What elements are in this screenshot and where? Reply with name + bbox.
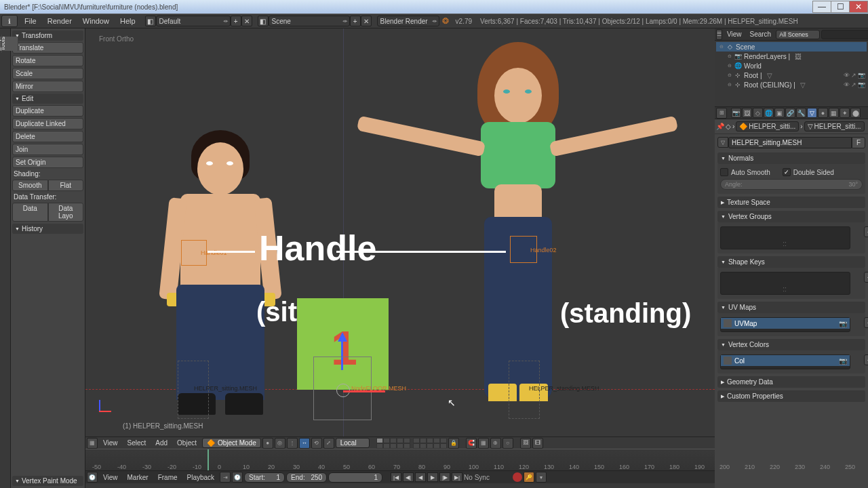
fake-user-button[interactable]: F bbox=[852, 137, 865, 148]
pin-icon[interactable]: 📌 bbox=[716, 123, 724, 130]
menu-help[interactable]: Help bbox=[115, 17, 141, 25]
tree-row[interactable]: ⊖🌐World bbox=[716, 61, 867, 70]
pivot-icon[interactable]: ◎ bbox=[275, 438, 285, 449]
mesh-browse-icon[interactable]: ▽ bbox=[717, 137, 728, 148]
uv-maps-header[interactable]: UV Maps bbox=[717, 302, 865, 313]
tree-row[interactable]: ⊖⊹Root |▽👁↗📷 bbox=[716, 70, 867, 80]
timeline-ruler[interactable]: -50-40-30-20-100102030405060708090100110… bbox=[85, 449, 715, 471]
keying-set-icon[interactable]: 🔑 bbox=[524, 472, 534, 483]
mirror-button[interactable]: Mirror bbox=[12, 81, 83, 92]
transform-header[interactable]: Transform bbox=[12, 30, 83, 41]
outliner-search-menu[interactable]: Search bbox=[747, 30, 775, 38]
texture-space-header[interactable]: Texture Space bbox=[717, 197, 865, 208]
select-menu[interactable]: Select bbox=[123, 439, 151, 447]
timeline-playback-menu[interactable]: Playback bbox=[183, 474, 219, 481]
double-sided-checkbox[interactable] bbox=[783, 168, 791, 176]
end-frame-field[interactable]: End:250 bbox=[286, 472, 327, 483]
render-engine-dropdown[interactable]: Blender Render bbox=[377, 16, 439, 26]
translate-button[interactable]: Translate bbox=[12, 42, 83, 54]
tree-row[interactable]: ⊖◇Scene bbox=[716, 42, 867, 52]
delete-button[interactable]: Delete bbox=[12, 131, 83, 142]
preview-range-icon[interactable]: 🕐 bbox=[232, 472, 243, 483]
editor-type-icon[interactable]: ℹ bbox=[1, 15, 18, 27]
scene-link-icon[interactable]: ◇ bbox=[726, 123, 731, 130]
render-active-icon[interactable]: 📷 bbox=[839, 357, 847, 365]
bc-mesh[interactable]: ▽HELPER_sitti... bbox=[804, 121, 865, 131]
back-icon[interactable]: ◧ bbox=[145, 16, 156, 26]
operator-panel[interactable]: Vertex Paint Mode bbox=[12, 476, 83, 486]
uvmap-item[interactable]: UVMap📷 bbox=[721, 318, 850, 329]
play-reverse-icon[interactable]: ◀ bbox=[415, 472, 426, 482]
object-menu[interactable]: Object bbox=[173, 439, 201, 447]
snap-type-icon[interactable]: ▦ bbox=[478, 438, 489, 449]
play-icon[interactable]: ▶ bbox=[427, 472, 438, 482]
tab-physics-icon[interactable]: ⬤ bbox=[850, 108, 861, 118]
menu-window[interactable]: Window bbox=[77, 17, 115, 25]
flat-button[interactable]: Flat bbox=[48, 180, 84, 191]
custom-properties-header[interactable]: Custom Properties bbox=[717, 390, 865, 402]
smooth-button[interactable]: Smooth bbox=[12, 180, 48, 191]
mode-dropdown[interactable]: 🔶Object Mode bbox=[202, 438, 261, 448]
tab-constraints-icon[interactable]: 🔗 bbox=[785, 108, 795, 118]
tab-renderlayers-icon[interactable]: 🖼 bbox=[742, 108, 752, 118]
timeline-view-menu[interactable]: View bbox=[99, 474, 122, 481]
orientation-dropdown[interactable]: Local bbox=[336, 438, 370, 448]
shape-keys-list[interactable]: :: bbox=[720, 272, 850, 295]
snap-toggle-icon[interactable]: 🧲 bbox=[466, 438, 477, 449]
vertex-groups-header[interactable]: Vertex Groups bbox=[717, 211, 865, 222]
pivot-opts-icon[interactable]: ⋮ bbox=[287, 438, 298, 449]
menu-file[interactable]: File bbox=[19, 17, 42, 25]
rotate-button[interactable]: Rotate bbox=[12, 55, 83, 66]
normals-header[interactable]: Normals bbox=[717, 152, 865, 164]
render-opengl-anim-icon[interactable]: 🎞 bbox=[532, 438, 543, 449]
proportional-edit-icon[interactable]: ○ bbox=[502, 438, 513, 449]
vertex-colors-list[interactable]: Col📷 bbox=[720, 354, 850, 369]
tab-data-icon[interactable]: ▽ bbox=[807, 108, 817, 118]
scene-dropdown[interactable]: Scene bbox=[269, 16, 350, 26]
snap-target-icon[interactable]: ⊕ bbox=[490, 438, 501, 449]
tree-row[interactable]: ⊖⊹Root (CEILING) |▽👁↗📷 bbox=[716, 80, 867, 89]
jump-end-icon[interactable]: ▶| bbox=[452, 472, 462, 482]
vcol-add-button[interactable]: + bbox=[864, 354, 868, 365]
tab-render-icon[interactable]: 📷 bbox=[731, 108, 741, 118]
join-button[interactable]: Join bbox=[12, 144, 83, 155]
outliner-tree[interactable]: ⊖◇Scene⊖📷RenderLayers |🖼⊖🌐World⊖⊹Root |▽… bbox=[715, 41, 868, 91]
keyframe-prev-icon[interactable]: ◀| bbox=[403, 472, 414, 482]
editor-type-3dview-icon[interactable]: ▦ bbox=[87, 438, 98, 449]
manipulator-rotate-icon[interactable]: ⟲ bbox=[311, 438, 322, 449]
data-layout-button[interactable]: Data Layo bbox=[48, 203, 84, 222]
geometry-data-header[interactable]: Geometry Data bbox=[717, 376, 865, 388]
set-origin-dropdown[interactable]: Set Origin bbox=[12, 157, 83, 168]
vertex-colors-header[interactable]: Vertex Colors bbox=[717, 339, 865, 350]
3d-viewport[interactable]: Front Ortho bbox=[85, 28, 715, 436]
view-menu[interactable]: View bbox=[99, 439, 122, 447]
close-button[interactable]: ✕ bbox=[849, 1, 868, 13]
data-button[interactable]: Data bbox=[12, 203, 48, 222]
screen-layout-dropdown[interactable]: Default bbox=[156, 16, 231, 26]
add-menu[interactable]: Add bbox=[151, 439, 172, 447]
tab-tools[interactable]: Tools bbox=[0, 37, 18, 51]
vertex-groups-list[interactable]: :: bbox=[720, 226, 850, 249]
current-frame-field[interactable]: 1 bbox=[328, 472, 382, 483]
jump-start-icon[interactable]: |◀ bbox=[391, 472, 401, 482]
timeline-marker-menu[interactable]: Marker bbox=[123, 474, 153, 481]
bc-object[interactable]: 🔶HELPER_sitti... bbox=[736, 121, 799, 131]
shape-keys-add-button[interactable]: + bbox=[864, 272, 868, 283]
manipulator-translate-icon[interactable]: ↔ bbox=[299, 438, 310, 449]
scene-browse-icon[interactable]: ◧ bbox=[258, 16, 269, 26]
editor-type-props-icon[interactable]: ⊞ bbox=[716, 108, 727, 119]
minimize-button[interactable]: — bbox=[812, 1, 831, 13]
manipulator-scale-icon[interactable]: ⤢ bbox=[323, 438, 334, 449]
render-opengl-icon[interactable]: 🖼 bbox=[520, 438, 531, 449]
current-frame-indicator[interactable] bbox=[208, 449, 209, 470]
keying-dropdown-icon[interactable]: ▾ bbox=[536, 472, 547, 483]
outliner-view-menu[interactable]: View bbox=[724, 30, 745, 38]
sync-dropdown[interactable]: No Sync bbox=[464, 474, 505, 481]
vertex-groups-add-button[interactable]: + bbox=[864, 226, 868, 237]
tab-particles-icon[interactable]: ✦ bbox=[840, 108, 850, 118]
lock-camera-icon[interactable]: 🔒 bbox=[448, 438, 459, 449]
add-scene-button[interactable]: + bbox=[350, 16, 361, 26]
camera-active-icon[interactable]: 📷 bbox=[839, 320, 847, 327]
outliner-display-dropdown[interactable]: All Scenes bbox=[776, 30, 820, 39]
add-layout-button[interactable]: + bbox=[231, 16, 241, 26]
